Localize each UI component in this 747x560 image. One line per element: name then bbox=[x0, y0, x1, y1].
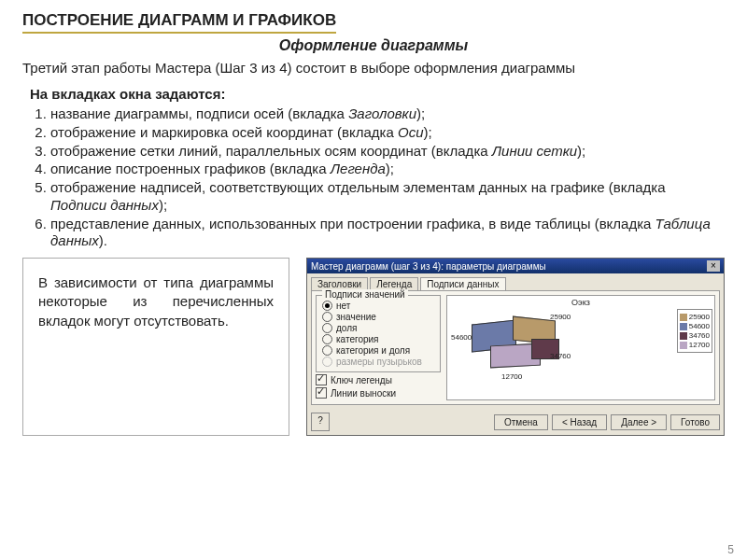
intro-text: Третий этап работы Мастера (Шаг 3 из 4) … bbox=[22, 60, 725, 77]
page-number: 5 bbox=[727, 543, 734, 556]
close-icon[interactable]: × bbox=[707, 260, 720, 272]
data-label: 25900 bbox=[550, 313, 571, 321]
radio-bubble: размеры пузырьков bbox=[322, 357, 434, 367]
back-button[interactable]: < Назад bbox=[552, 414, 607, 430]
data-label: 34760 bbox=[550, 352, 571, 360]
tab-list: название диаграммы, подписи осей (вкладк… bbox=[50, 105, 725, 250]
list-item: название диаграммы, подписи осей (вкладк… bbox=[50, 105, 725, 123]
page-subtitle: Оформление диаграммы bbox=[22, 37, 725, 54]
wizard-dialog: Мастер диаграмм (шаг 3 из 4): параметры … bbox=[306, 258, 725, 436]
tab-data-labels[interactable]: Подписи данных bbox=[420, 277, 505, 290]
list-item: отображение и маркировка осей координат … bbox=[50, 124, 725, 142]
next-button[interactable]: Далее > bbox=[611, 414, 667, 430]
dialog-title: Мастер диаграмм (шаг 3 из 4): параметры … bbox=[311, 261, 546, 272]
tab-titles[interactable]: Заголовки bbox=[311, 277, 368, 290]
data-label: 54600 bbox=[451, 333, 472, 342]
chart-preview: Оэкз 54600 25900 12700 34760 25900 54600 bbox=[446, 295, 715, 400]
dialog-buttons: ? Отмена < Назад Далее > Готово bbox=[307, 409, 724, 435]
list-item: описание построенных графиков (вкладка Л… bbox=[50, 161, 725, 178]
radio-category[interactable]: категория bbox=[322, 334, 434, 344]
tab-legend[interactable]: Легенда bbox=[370, 277, 418, 290]
radio-cat-percent[interactable]: категория и доля bbox=[322, 345, 434, 356]
check-legend-key[interactable]: Ключ легенды bbox=[316, 374, 441, 385]
radio-percent[interactable]: доля bbox=[322, 323, 434, 333]
check-leader-lines[interactable]: Линии выноски bbox=[316, 387, 441, 399]
group-title: Подписи значений bbox=[322, 289, 408, 300]
list-item: отображение надписей, соответствующих от… bbox=[50, 179, 725, 215]
page-title: ПОСТРОЕНИЕ ДИАГРАММ И ГРАФИКОВ bbox=[22, 11, 336, 34]
dialog-titlebar: Мастер диаграмм (шаг 3 из 4): параметры … bbox=[307, 259, 724, 273]
data-label: 12700 bbox=[501, 372, 522, 381]
list-item: отображение сетки линий, параллельных ос… bbox=[50, 143, 725, 161]
list-item: представление данных, использованных при… bbox=[50, 216, 725, 251]
label-options-group: Подписи значений нет значение доля катег… bbox=[316, 295, 441, 372]
list-header: На вкладках окна задаются: bbox=[30, 86, 725, 102]
dialog-tabs: Заголовки Легенда Подписи данных bbox=[307, 273, 724, 290]
note-box: В зависимости от типа диаграммы некоторы… bbox=[22, 258, 289, 436]
preview-title: Оэкз bbox=[571, 298, 590, 307]
chart-legend: 25900 54600 34760 12700 bbox=[677, 309, 712, 353]
radio-value[interactable]: значение bbox=[322, 312, 434, 322]
cancel-button[interactable]: Отмена bbox=[494, 414, 548, 430]
help-button[interactable]: ? bbox=[311, 413, 330, 431]
radio-none[interactable]: нет bbox=[322, 301, 434, 311]
finish-button[interactable]: Готово bbox=[670, 414, 720, 430]
tab-body: Подписи значений нет значение доля катег… bbox=[311, 290, 720, 405]
